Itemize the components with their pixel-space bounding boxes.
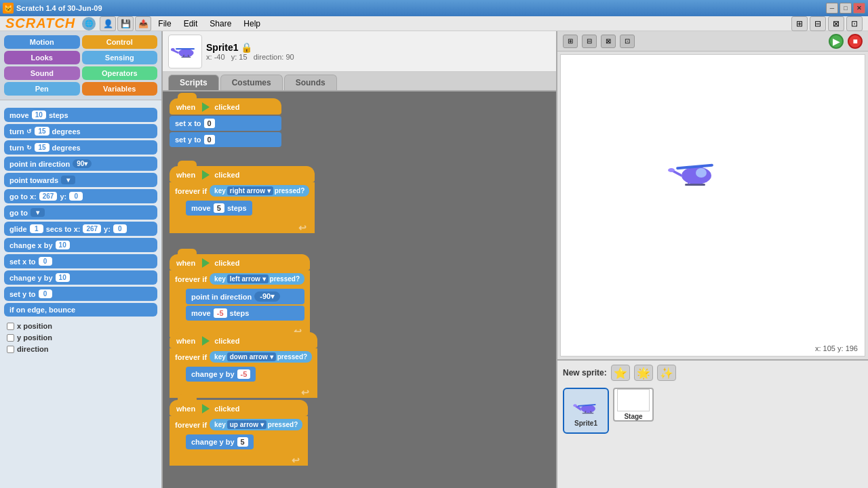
minimize-button[interactable]: ─: [826, 3, 838, 14]
svg-rect-4: [181, 56, 191, 57]
blocks-panel: Motion Control Looks Sensing Sound Opera…: [0, 31, 163, 488]
block-goto[interactable]: go to ▾: [4, 205, 157, 220]
camera-new-sprite-btn[interactable]: ✨: [657, 365, 676, 381]
category-motion[interactable]: Motion: [4, 35, 80, 49]
svg-point-2: [171, 48, 175, 51]
toolbar-view-3[interactable]: ⊠: [828, 16, 844, 31]
sprite-thumbnail: [168, 35, 202, 68]
block-goto-xy[interactable]: go to x: 267 y: 0: [4, 189, 157, 203]
tab-sounds[interactable]: Sounds: [284, 75, 337, 90]
toolbar-btn-save[interactable]: 💾: [117, 16, 134, 31]
stage-view-btn-2[interactable]: ⊟: [582, 35, 597, 48]
sprite-info-bar: Sprite1 🔒 x: -40 y: 15 direction: 90: [163, 31, 556, 72]
scripts-canvas[interactable]: when clicked set x to 0 set y to 0 when …: [163, 92, 556, 488]
language-icon[interactable]: 🌐: [82, 17, 96, 30]
block-point-towards[interactable]: point towards ▾: [4, 173, 157, 187]
category-sound[interactable]: Sound: [4, 66, 80, 80]
script-group-3: when clicked forever if key left arrow ▾…: [170, 254, 310, 337]
tab-scripts[interactable]: Scripts: [168, 75, 219, 90]
toolbar-view-2[interactable]: ⊟: [810, 16, 826, 31]
sprite-item-stage[interactable]: Stage: [613, 388, 654, 422]
coords-display: x: 105 y: 196: [812, 344, 861, 353]
block-set-y[interactable]: set y to 0: [4, 287, 157, 301]
go-button[interactable]: ▶: [829, 34, 844, 49]
stage-view-btn-3[interactable]: ⊠: [601, 35, 616, 48]
block-change-x[interactable]: change x by 10: [4, 238, 157, 252]
block-point-direction[interactable]: point in direction 90▾: [4, 157, 157, 171]
app-icon: 🐱: [3, 3, 14, 14]
svg-rect-3: [176, 48, 195, 49]
stage-view-btn-4[interactable]: ⊡: [620, 35, 635, 48]
category-sensing[interactable]: Sensing: [82, 51, 158, 64]
svg-rect-19: [583, 413, 594, 413]
script-group-2: when clicked forever if key right arrow …: [170, 166, 315, 233]
block-change-y[interactable]: change y by 10: [4, 270, 157, 285]
close-button[interactable]: ✕: [853, 3, 865, 14]
menu-file[interactable]: File: [153, 18, 176, 30]
app-logo: SCRATCH: [5, 16, 75, 31]
toolbar-view-4[interactable]: ⊡: [846, 16, 863, 31]
svg-point-17: [573, 404, 576, 407]
checkbox-yposition[interactable]: y position: [4, 332, 157, 343]
block-set-x[interactable]: set x to 0: [4, 254, 157, 268]
menu-share[interactable]: Share: [204, 18, 237, 30]
menubar: SCRATCH 🌐 👤 💾 📤 File Edit Share Help ⊞ ⊟…: [0, 16, 868, 31]
right-panel: ⊞ ⊟ ⊠ ⊡ ▶ ■: [556, 31, 868, 488]
file-new-sprite-btn[interactable]: 🌟: [634, 365, 653, 381]
script-group-1: when clicked set x to 0 set y to 0: [170, 98, 281, 147]
tab-costumes[interactable]: Costumes: [220, 75, 283, 90]
category-operators[interactable]: Operators: [82, 66, 158, 80]
stage-sprite-helicopter: [666, 150, 720, 195]
stage-view-btn-1[interactable]: ⊞: [563, 35, 578, 48]
svg-point-0: [178, 48, 193, 57]
category-looks[interactable]: Looks: [4, 51, 80, 64]
window-controls: ─ □ ✕: [826, 3, 865, 14]
maximize-button[interactable]: □: [840, 3, 852, 14]
block-turn-right[interactable]: turn ↻ 15 degrees: [4, 140, 157, 155]
block-bounce[interactable]: if on edge, bounce: [4, 303, 157, 317]
svg-point-10: [668, 168, 675, 172]
menu-help[interactable]: Help: [238, 18, 266, 30]
tab-bar: Scripts Costumes Sounds: [163, 72, 556, 92]
categories: Motion Control Looks Sensing Sound Opera…: [0, 31, 161, 100]
sprites-panel: New sprite: ⭐ 🌟 ✨ S: [557, 359, 868, 488]
sprite-thumbnails: Sprite1 Stage: [560, 385, 865, 436]
block-glide[interactable]: glide 1 secs to x: 267 y: 0: [4, 222, 157, 236]
titlebar: 🐱 Scratch 1.4 of 30-Jun-09 ─ □ ✕: [0, 0, 868, 16]
sprite-coords: x: -40 y: 15 direction: 90: [206, 53, 294, 61]
sprite-item-sprite1[interactable]: Sprite1: [563, 388, 609, 434]
block-list: move 10 steps turn ↺ 15 degrees turn ↻ 1…: [0, 100, 161, 488]
sprite-lock-icon: 🔒: [241, 42, 252, 53]
paint-new-sprite-btn[interactable]: ⭐: [611, 365, 630, 381]
checkbox-direction[interactable]: direction: [4, 344, 157, 354]
stage-area: x: 105 y: 196: [560, 54, 865, 357]
new-sprite-bar: New sprite: ⭐ 🌟 ✨: [560, 363, 865, 382]
menu-edit[interactable]: Edit: [178, 18, 203, 30]
main-layout: Motion Control Looks Sensing Sound Opera…: [0, 31, 868, 488]
svg-point-8: [696, 168, 707, 178]
category-variables[interactable]: Variables: [82, 82, 158, 96]
sprite-name: Sprite1: [206, 42, 238, 53]
block-turn-left[interactable]: turn ↺ 15 degrees: [4, 124, 157, 138]
toolbar-btn-profile[interactable]: 👤: [100, 16, 116, 31]
window-title: Scratch 1.4 of 30-Jun-09: [16, 4, 826, 12]
new-sprite-label: New sprite:: [563, 368, 607, 378]
svg-point-7: [682, 167, 711, 184]
block-move-steps[interactable]: move 10 steps: [4, 108, 157, 122]
script-area: Sprite1 🔒 x: -40 y: 15 direction: 90 Scr…: [163, 31, 556, 488]
toolbar-view-1[interactable]: ⊞: [791, 16, 808, 31]
category-control[interactable]: Control: [82, 35, 158, 49]
category-pen[interactable]: Pen: [4, 82, 80, 96]
script-group-4: when clicked forever if key down arrow ▾…: [170, 332, 317, 398]
script-group-5: when clicked forever if key up arrow ▾ p…: [170, 400, 308, 466]
stop-button[interactable]: ■: [848, 34, 863, 49]
svg-rect-12: [685, 184, 705, 186]
checkbox-xposition[interactable]: x position: [4, 321, 157, 331]
toolbar-btn-share[interactable]: 📤: [135, 16, 151, 31]
